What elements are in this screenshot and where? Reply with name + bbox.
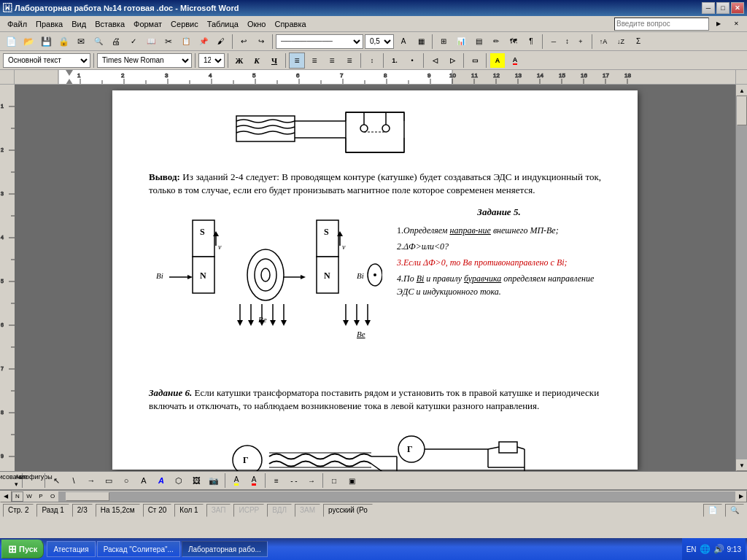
research-button[interactable]: 📖 [143,34,159,50]
autoshapes-button[interactable]: Автофигуры ▾ [26,472,42,489]
diagram-button[interactable]: ⬡ [171,472,187,489]
line-style-draw-button[interactable]: ≡ [268,472,285,489]
border-button[interactable]: ▦ [413,34,429,50]
align-left-button[interactable]: ≡ [289,52,305,69]
shadow-button[interactable]: □ [326,472,342,489]
menu-format[interactable]: Формат [129,18,166,30]
autosum-button[interactable]: Σ [630,34,646,50]
search-close-button[interactable]: ✕ [728,16,744,32]
email-button[interactable]: ✉ [73,34,89,50]
taskbar-item-1[interactable]: Раскад "Солитера"... [97,541,180,557]
maximize-button[interactable]: □ [716,2,729,14]
outside-border-button[interactable]: ▭ [467,52,483,69]
sort-desc-button[interactable]: ↓Z [613,34,629,50]
style-select[interactable]: Основной текст [3,53,90,68]
line-draw-button[interactable]: \ [66,472,82,489]
menu-window[interactable]: Окно [243,18,271,30]
sort-asc-button[interactable]: ↑A [595,34,611,50]
web-view-button[interactable]: W [23,491,35,502]
fill-color-button[interactable]: A [228,472,244,489]
font-select[interactable]: Times New Roman [97,53,192,68]
taskbar-item-2[interactable]: Лабораторная рабо... [182,541,268,557]
print-preview-button[interactable]: 🔍 [90,34,107,50]
close-button[interactable]: ✕ [731,2,744,14]
dash-style-button[interactable]: - - [286,472,302,489]
bold-button[interactable]: Ж [231,52,247,69]
taskbar-item-0[interactable]: Атестация [47,541,95,557]
zoom-in-button[interactable]: + [573,34,589,50]
align-center-button[interactable]: ≡ [306,52,322,69]
menu-edit[interactable]: Правка [31,18,67,30]
scroll-thumb[interactable] [737,96,747,125]
wordart-button[interactable]: A [153,472,169,489]
increase-indent-button[interactable]: ▷ [444,52,460,69]
scroll-down-button[interactable]: ▼ [736,459,747,471]
minimize-button[interactable]: ─ [702,2,715,14]
align-right-button[interactable]: ≡ [324,52,340,69]
format-painter-button[interactable]: 🖌 [213,34,229,50]
font-color-draw-button[interactable]: A [246,472,262,489]
scroll-track[interactable] [736,96,747,459]
cut-button[interactable]: ✂ [160,34,177,50]
fmt-sep9 [486,53,487,68]
outline-view-button[interactable]: O [47,491,58,502]
arrow-draw-button[interactable]: → [83,472,99,489]
redo-button[interactable]: ↪ [253,34,269,50]
insert-excel-button[interactable]: 📊 [453,34,469,50]
show-hide-button[interactable]: ¶ [523,34,539,50]
search-input[interactable] [614,18,709,31]
new-button[interactable]: 📄 [3,34,19,50]
drawing-button[interactable]: ✏ [488,34,504,50]
line-style-select[interactable]: ────────── [276,34,363,49]
open-button[interactable]: 📂 [20,34,36,50]
font-color-button[interactable]: A [507,52,523,69]
underline-button[interactable]: Ч [266,52,282,69]
decrease-indent-button[interactable]: ◁ [427,52,443,69]
network-icon: 🌐 [700,544,711,554]
bullets-button[interactable]: • [404,52,420,69]
doc-map-button[interactable]: 🗺 [506,34,522,50]
align-justify-button[interactable]: ≡ [341,52,357,69]
search-go-button[interactable]: ▶ [711,16,727,32]
print-view-button[interactable]: P [35,491,47,502]
scroll-left-button[interactable]: ◀ [0,491,12,502]
line-color-button[interactable]: A [395,34,411,50]
rect-draw-button[interactable]: ▭ [101,472,117,489]
zoom-out-button[interactable]: ─ [546,34,562,50]
scroll-up-button[interactable]: ▲ [736,85,747,96]
textbox-button[interactable]: A [136,472,152,489]
arrow-style-button[interactable]: → [303,472,320,489]
menu-help[interactable]: Справка [270,18,310,30]
scroll-right-button[interactable]: ▶ [735,491,747,502]
numbering-button[interactable]: 1. [387,52,403,69]
spellcheck-button[interactable]: ✓ [125,34,142,50]
print-button[interactable]: 🖨 [108,34,124,50]
status-position: На 15,2см [96,504,140,517]
normal-view-button[interactable]: N [12,491,23,502]
copy-button[interactable]: 📋 [178,34,194,50]
highlight-button[interactable]: A [489,52,506,69]
horiz-scroll-track[interactable] [58,491,735,502]
paste-button[interactable]: 📌 [196,34,212,50]
permission-button[interactable]: 🔒 [55,34,71,50]
size-select[interactable]: 12 [198,53,225,68]
ellipse-draw-button[interactable]: ○ [118,472,134,489]
menu-table[interactable]: Таблица [203,18,243,30]
columns-button[interactable]: ▤ [471,34,487,50]
italic-button[interactable]: К [249,52,265,69]
insert-table-button[interactable]: ⊞ [436,34,452,50]
3d-button[interactable]: ▣ [344,472,360,489]
line-width-select[interactable]: 0,5 [365,34,394,49]
cursor-button[interactable]: ↖ [48,472,64,489]
horiz-scroll-thumb[interactable] [66,492,109,501]
start-button[interactable]: ⊞ Пуск [1,540,44,559]
menu-insert[interactable]: Вставка [90,18,129,30]
menu-tools[interactable]: Сервис [166,18,203,30]
clipart-button[interactable]: 🖼 [188,472,204,489]
menu-file[interactable]: Файл [3,18,31,30]
undo-button[interactable]: ↩ [236,34,252,50]
picture-button[interactable]: 📷 [206,472,222,489]
save-button[interactable]: 💾 [38,34,54,50]
menu-view[interactable]: Вид [67,18,90,30]
line-spacing-button[interactable]: ↕ [364,52,380,69]
